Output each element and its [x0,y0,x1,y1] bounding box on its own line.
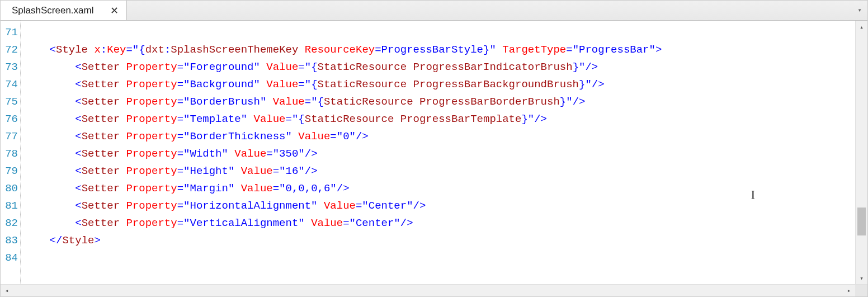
code-token: : [164,44,171,56]
code-token: Property [126,182,177,195]
code-token: x [94,44,100,56]
text-caret-icon: I [751,188,755,201]
code-line[interactable]: </Style> [24,232,855,249]
tab-active[interactable]: SplashScreen.xaml ✕ [1,1,127,20]
code-token: < [75,61,81,73]
code-token: StaticResource ProgressBarTemplate [305,113,522,125]
code-token: ="VerticalAlignment" [177,217,305,229]
code-token [120,200,126,212]
code-token: Property [126,61,177,73]
vertical-scroll-thumb[interactable] [857,208,866,235]
code-line[interactable]: <Setter Property="Template" Value="{Stat… [24,111,855,128]
code-token: < [75,78,81,91]
code-token: Setter [82,217,120,229]
code-line[interactable]: <Setter Property="Width" Value="350"/> [24,145,855,163]
code-line[interactable]: <Setter Property="Height" Value="16"/> [24,163,855,180]
code-line[interactable]: <Setter Property="HorizontalAlignment" V… [24,197,855,215]
code-line[interactable]: <Style x:Key="{dxt:SplashScreenThemeKey … [24,41,855,59]
code-token: Setter [82,61,120,73]
code-token [120,113,126,125]
code-area[interactable]: <Style x:Key="{dxt:SplashScreenThemeKey … [21,21,855,284]
code-token: ="Template" [177,113,247,125]
code-token: Value [298,130,330,143]
code-token [120,78,126,91]
tab-bar: SplashScreen.xaml ✕ ▾ [1,1,867,21]
code-token: }"/> [521,113,547,125]
code-token [120,130,126,143]
scroll-right-icon[interactable]: ▸ [843,285,855,297]
code-token: Property [126,130,177,143]
code-line[interactable]: <Setter Property="BorderThickness" Value… [24,128,855,145]
code-token: Property [126,217,177,229]
code-token: < [50,44,56,56]
code-line[interactable]: <Setter Property="Background" Value="{St… [24,76,855,93]
code-token: Setter [82,96,120,108]
code-token: ="ProgressBar"> [566,44,662,56]
code-token: ="Width" [177,148,228,160]
line-number: 75 [1,93,18,111]
vertical-scroll-track[interactable] [856,33,867,272]
code-token: ="{ [286,113,305,125]
line-number: 84 [1,249,18,267]
code-token: ProgressBarStyle}" [381,44,496,56]
code-token: > [94,234,100,247]
code-token: < [75,165,81,177]
code-token [260,78,266,91]
tab-title: SplashScreen.xaml [12,5,93,16]
code-token: Setter [82,78,120,91]
code-token [120,61,126,73]
code-token: Key [107,44,126,56]
code-line[interactable]: <Setter Property="Margin" Value="0,0,0,6… [24,180,855,197]
code-token [260,61,266,73]
code-token: ="BorderBrush" [177,96,267,108]
code-token: ="HorizontalAlignment" [177,200,318,212]
code-token [234,182,240,195]
code-token [228,148,234,160]
code-line[interactable]: <Setter Property="VerticalAlignment" Val… [24,215,855,232]
horizontal-scrollbar[interactable]: ◂ ▸ [1,284,867,296]
line-number: 81 [1,197,18,215]
code-token: ="Background" [177,78,260,91]
code-token: dxt [145,44,164,56]
code-token: ="{ [126,44,145,56]
code-token [120,217,126,229]
code-token: Value [266,61,298,73]
line-number: 82 [1,215,18,232]
code-token: ="Height" [177,165,235,177]
line-number: 79 [1,163,18,180]
code-line[interactable] [24,24,855,41]
line-number: 72 [1,41,18,59]
code-line[interactable]: <Setter Property="BorderBrush" Value="{S… [24,93,855,111]
code-token: Value [241,165,273,177]
code-line[interactable]: <Setter Property="Foreground" Value="{St… [24,59,855,76]
code-token: Style [62,234,94,247]
vertical-scrollbar[interactable]: ▴ ▾ [855,21,867,284]
code-line[interactable] [24,249,855,267]
close-icon[interactable]: ✕ [110,6,119,16]
line-number-gutter: 7172737475767778798081828384 [1,21,21,284]
code-token: ="Foreground" [177,61,260,73]
code-token [292,130,298,143]
code-token: ="{ [298,78,317,91]
code-token: StaticResource ProgressBarIndicatorBrush [318,61,573,73]
code-token: ="{ [298,61,317,73]
code-token [234,165,240,177]
code-token: Setter [82,113,120,125]
code-token: ="350"/> [266,148,317,160]
code-token: ="Center"/> [343,217,413,229]
tab-dropdown-icon[interactable]: ▾ [852,1,867,20]
code-token [318,200,324,212]
scroll-left-icon[interactable]: ◂ [1,285,13,297]
line-number: 71 [1,24,18,41]
code-token: }"/> [573,61,598,73]
scroll-down-icon[interactable]: ▾ [856,272,868,284]
code-token: Value [241,182,273,195]
code-token [496,44,502,56]
scroll-up-icon[interactable]: ▴ [856,21,868,33]
editor: 7172737475767778798081828384 <Style x:Ke… [1,21,867,284]
code-token: ="0"/> [330,130,368,143]
code-token: ResourceKey [305,44,375,56]
code-token: Property [126,200,177,212]
code-token [88,44,94,56]
code-token: Property [126,165,177,177]
